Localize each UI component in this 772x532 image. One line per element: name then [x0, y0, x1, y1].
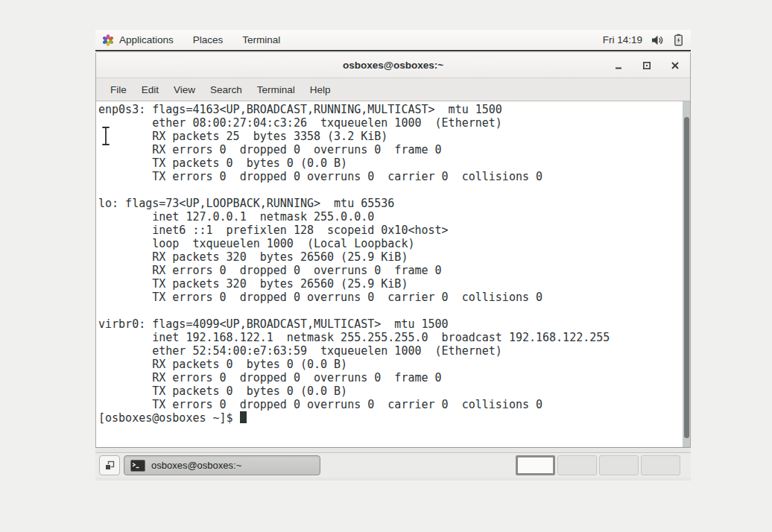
titlebar[interactable]: osboxes@osboxes:~: [96, 53, 690, 78]
minimize-button[interactable]: [613, 60, 624, 72]
terminal-window: osboxes@osboxes:~: [95, 53, 691, 448]
maximize-button[interactable]: [641, 60, 653, 72]
taskbar: osboxes@osboxes:~: [95, 452, 691, 478]
task-button-label: osboxes@osboxes:~: [151, 460, 241, 471]
window-title: osboxes@osboxes:~: [343, 60, 443, 71]
top-panel-menus: Applications Places Terminal: [95, 30, 290, 50]
close-icon: [671, 61, 680, 70]
menubar: File Edit View Search Terminal Help: [96, 78, 690, 101]
terminal-cursor: [240, 411, 247, 423]
menu-view[interactable]: View: [166, 81, 203, 98]
places-menu-label: Places: [193, 34, 224, 45]
menu-edit[interactable]: Edit: [134, 81, 166, 98]
window-controls: [613, 53, 681, 77]
workspace-2[interactable]: [557, 455, 597, 475]
terminal-app-menu[interactable]: Terminal: [232, 30, 290, 50]
battery-icon[interactable]: [674, 34, 683, 46]
minimize-icon: [614, 61, 623, 70]
workspace-1[interactable]: [516, 455, 555, 475]
terminal-output[interactable]: enp0s3: flags=4163<UP,BROADCAST,RUNNING,…: [96, 101, 690, 447]
terminal-app-icon: [130, 460, 145, 472]
applications-menu[interactable]: Applications: [95, 30, 183, 50]
ifconfig-output: enp0s3: flags=4163<UP,BROADCAST,RUNNING,…: [98, 103, 690, 411]
shell-prompt: [osboxes@osboxes ~]$: [98, 411, 690, 425]
applications-menu-label: Applications: [119, 34, 174, 45]
scrollbar-thumb[interactable]: [684, 117, 689, 438]
applications-icon: [102, 34, 114, 46]
terminal-app-menu-label: Terminal: [242, 34, 280, 45]
top-panel-status: Fri 14:19: [603, 30, 691, 50]
task-button[interactable]: osboxes@osboxes:~: [124, 455, 320, 475]
show-desktop-button[interactable]: [99, 455, 120, 475]
terminal-text: enp0s3: flags=4163<UP,BROADCAST,RUNNING,…: [96, 101, 690, 425]
menu-terminal[interactable]: Terminal: [250, 81, 303, 98]
top-panel: Applications Places Terminal Fri 14:19: [95, 30, 691, 51]
places-menu[interactable]: Places: [183, 30, 233, 50]
clock[interactable]: Fri 14:19: [603, 34, 642, 45]
workspace-4[interactable]: [641, 455, 680, 475]
prompt-text: [osboxes@osboxes ~]$: [98, 411, 240, 425]
show-desktop-icon: [104, 460, 116, 472]
close-button[interactable]: [669, 60, 681, 72]
volume-icon[interactable]: [651, 34, 665, 46]
workspace-switcher: [516, 455, 680, 476]
workspace-3[interactable]: [599, 455, 639, 475]
scrollbar[interactable]: [683, 101, 690, 447]
menu-help[interactable]: Help: [303, 81, 338, 98]
menu-file[interactable]: File: [103, 81, 134, 98]
menu-search[interactable]: Search: [203, 81, 250, 98]
maximize-icon: [642, 61, 651, 70]
desktop: Applications Places Terminal Fri 14:19: [95, 30, 691, 481]
